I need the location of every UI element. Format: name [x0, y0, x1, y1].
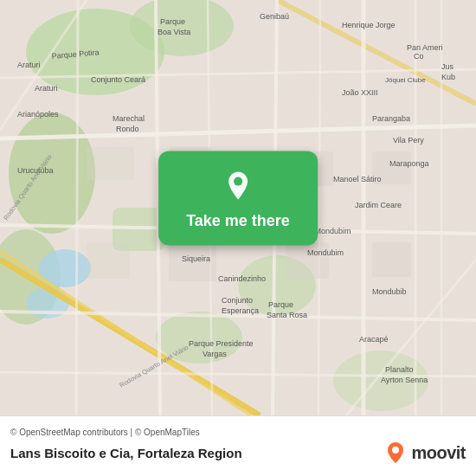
svg-text:Mondubib: Mondubib: [372, 287, 407, 296]
moovit-logo: moovit: [383, 441, 466, 465]
map-view: Parque Potira Parque Boa Vista Genibaú H…: [0, 0, 476, 415]
svg-line-20: [76, 0, 78, 415]
svg-text:Rondo: Rondo: [116, 125, 139, 133]
bottom-bar: © OpenStreetMap contributors | © OpenMap…: [0, 415, 476, 476]
svg-text:Pan Ameri: Pan Ameri: [407, 43, 443, 52]
svg-text:Jardim Ceare: Jardim Ceare: [355, 201, 402, 209]
svg-text:Ayrton Senna: Ayrton Senna: [381, 376, 428, 384]
moovit-icon: [383, 441, 408, 465]
svg-text:Co: Co: [414, 52, 424, 61]
svg-text:Manoel Sátiro: Manoel Sátiro: [333, 175, 382, 183]
svg-text:Marechal: Marechal: [113, 114, 145, 123]
svg-text:Parangaba: Parangaba: [372, 114, 410, 123]
moovit-brand-text: moovit: [411, 443, 466, 463]
svg-text:Araturi: Araturi: [35, 84, 58, 93]
svg-text:Santa Rosa: Santa Rosa: [267, 311, 307, 319]
map-attribution: © OpenStreetMap contributors | © OpenMap…: [10, 428, 466, 437]
svg-text:Henrique Jorge: Henrique Jorge: [342, 21, 396, 29]
svg-text:Parque Presidente: Parque Presidente: [189, 339, 254, 348]
svg-point-79: [392, 447, 399, 453]
location-pin-icon: [219, 167, 257, 205]
svg-text:Esperança: Esperança: [222, 306, 259, 315]
svg-text:João XXIII: João XXIII: [342, 88, 378, 97]
svg-text:Araturi: Araturi: [17, 61, 41, 69]
svg-text:Jóquei Clube: Jóquei Clube: [385, 76, 426, 84]
svg-text:Boa Vista: Boa Vista: [158, 28, 190, 36]
svg-rect-35: [372, 242, 411, 277]
svg-rect-37: [87, 242, 130, 279]
svg-point-78: [234, 177, 242, 186]
take-me-there-button[interactable]: Take me there: [158, 151, 318, 246]
svg-text:Canindezinho: Canindezinho: [218, 274, 266, 283]
svg-text:Arianópoles: Arianópoles: [17, 110, 59, 119]
svg-rect-36: [87, 147, 134, 180]
svg-text:Kub: Kub: [441, 73, 455, 81]
svg-text:Jus: Jus: [441, 62, 454, 71]
location-row: Lans Biscoito e Cia, Fortaleza Region mo…: [10, 441, 466, 465]
svg-text:Mondubim: Mondubim: [307, 248, 344, 257]
svg-text:Parque: Parque: [160, 17, 185, 26]
location-name: Lans Biscoito e Cia, Fortaleza Region: [10, 446, 242, 460]
svg-text:Vila Pery: Vila Pery: [393, 136, 424, 145]
svg-text:Genibaú: Genibaú: [260, 12, 289, 21]
svg-text:Vargas: Vargas: [203, 350, 227, 358]
svg-text:Aracapé: Aracapé: [359, 335, 389, 344]
svg-text:Conjunto: Conjunto: [222, 296, 253, 305]
svg-text:Siqueira: Siqueira: [182, 254, 210, 263]
cta-label: Take me there: [186, 212, 290, 230]
svg-text:Planalto: Planalto: [385, 365, 414, 374]
svg-text:Conjunto Ceará: Conjunto Ceará: [91, 75, 145, 84]
svg-text:Maraponga: Maraponga: [389, 159, 429, 168]
svg-text:Parque: Parque: [268, 300, 293, 309]
